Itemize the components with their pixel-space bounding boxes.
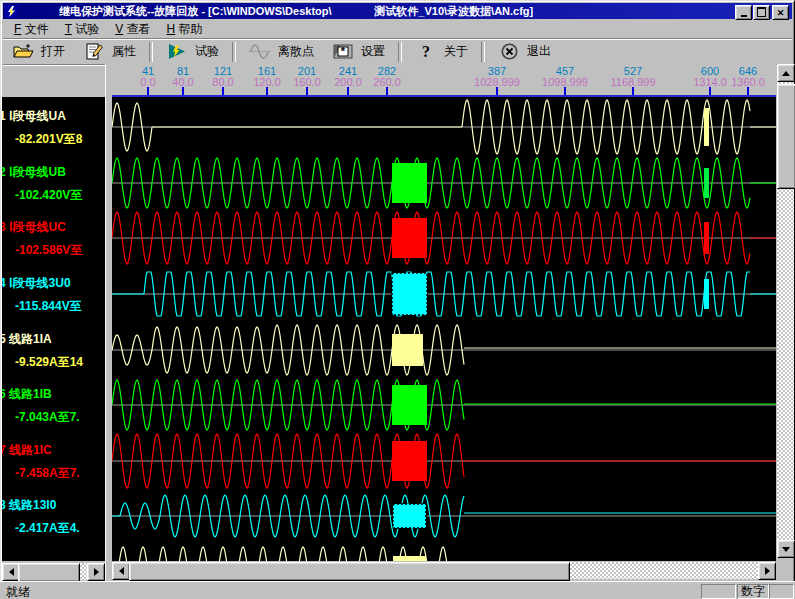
channel-name: Ⅰ段母线UB (9, 165, 66, 179)
time-ruler: 410.08140.012180.0161120.0201160.0241200… (112, 64, 776, 97)
settings-button[interactable]: * 设置 (323, 40, 394, 64)
ruler-tick (182, 87, 184, 95)
main-hscroll-right-button[interactable] (758, 562, 776, 580)
arrow-right-icon (94, 568, 99, 576)
arrow-left-icon (119, 567, 124, 575)
window-title: 继电保护测试系统--故障回放 - [C:\WINDOWS\Desktop\ 测试… (59, 4, 533, 19)
channel-number: 3 (2, 220, 9, 234)
channel-label-row-8[interactable]: 8线路13I0-2.417A至4. (2, 497, 105, 543)
channel-label-row-7[interactable]: 7线路1IC-7.458A至7. (2, 442, 105, 488)
ruler-tick (306, 87, 308, 95)
status-ready-text: 就绪 (6, 584, 30, 599)
arrow-right-icon (765, 567, 770, 575)
cursor-bar-ch2[interactable] (704, 168, 709, 198)
toolbar: 打开 属性 试验 离散点 (3, 39, 792, 65)
waveform-svg (112, 97, 776, 561)
ruler-tick (564, 87, 566, 95)
menu-item-help[interactable]: H 帮助 (162, 20, 208, 39)
waveform-canvas[interactable] (112, 97, 776, 561)
settings-button-label: 设置 (361, 43, 385, 60)
menu-hotkey: T (65, 22, 72, 36)
vscrollbar[interactable] (777, 64, 794, 558)
channel-label-row-2[interactable]: 2Ⅰ段母线UB-102.420V至 (2, 164, 105, 210)
cursor-bar-ch3[interactable] (704, 222, 709, 254)
settings-icon: * (332, 43, 354, 60)
channel-name: 线路1IA (9, 332, 52, 346)
channel-range: -82.201V至8 (15, 131, 82, 148)
channel-label-row-1[interactable]: 1Ⅰ段母线UA-82.201V至8 (2, 108, 105, 154)
menu-label: 文件 (25, 22, 49, 36)
test-button[interactable]: 试验 (157, 40, 228, 64)
toolbar-separator (398, 42, 402, 62)
ruler-tick (266, 87, 268, 95)
toolbar-separator (232, 42, 236, 62)
restore-button[interactable] (753, 5, 770, 20)
arrow-up-icon (782, 71, 790, 76)
test-button-label: 试验 (195, 43, 219, 60)
channel-range: -102.420V至 (15, 187, 82, 204)
channel-label-row-6[interactable]: 6线路1IB-7.043A至7. (2, 386, 105, 432)
selection-marker-ch9[interactable] (393, 556, 426, 561)
menu-item-view[interactable]: V 查看 (110, 20, 155, 39)
vscroll-down-button[interactable] (777, 540, 795, 558)
channel-name: Ⅰ段母线3U0 (9, 276, 71, 290)
ruler-tick (632, 87, 634, 95)
channel-label-row-3[interactable]: 3Ⅰ段母线UC-102.586V至 (2, 219, 105, 265)
menu-item-file[interactable]: F 文件 (9, 20, 54, 39)
close-button[interactable]: ✕ (772, 5, 789, 20)
menu-hotkey: F (14, 22, 21, 36)
ruler-tick (222, 87, 224, 95)
about-button[interactable]: ? 关于 (406, 40, 477, 64)
channel-range: -102.586V至 (15, 242, 82, 259)
channel-label-panel[interactable]: 1Ⅰ段母线UA-82.201V至82Ⅰ段母线UB-102.420V至3Ⅰ段母线U… (2, 97, 105, 561)
menu-hotkey: V (115, 22, 123, 36)
channel-number: 8 (2, 498, 9, 512)
left-panel-hscrollbar[interactable] (2, 563, 105, 580)
selection-marker-ch4[interactable] (392, 273, 427, 315)
status-panel-blank-1 (701, 584, 736, 599)
selection-marker-ch3[interactable] (392, 218, 427, 258)
ruler-tick (147, 87, 149, 95)
left-hscroll-thumb[interactable] (18, 563, 80, 582)
channel-name: Ⅰ段母线UA (9, 109, 66, 123)
vscroll-up-button[interactable] (777, 64, 795, 82)
vscroll-thumb[interactable] (777, 84, 795, 189)
selection-marker-ch8[interactable] (393, 504, 426, 528)
cursor-bar-ch1[interactable] (704, 108, 709, 146)
properties-button[interactable]: 属性 (74, 40, 145, 64)
minimize-button[interactable] (735, 5, 752, 20)
toolbar-separator (149, 42, 153, 62)
channel-range: -7.043A至7. (15, 409, 80, 426)
channel-number: 4 (2, 276, 9, 290)
main-hscroll-thumb[interactable] (129, 562, 570, 581)
main-hscroll-left-button[interactable] (112, 562, 130, 580)
svg-text:*: * (341, 45, 346, 57)
left-hscroll-right-button[interactable] (87, 563, 105, 581)
menu-item-test[interactable]: T 试验 (60, 20, 104, 39)
ruler-tick (747, 87, 749, 95)
channel-name: 线路1IC (9, 443, 52, 457)
discrete-points-wave-icon (249, 43, 271, 60)
menu-label: 试验 (75, 22, 99, 36)
menu-label: 查看 (127, 22, 151, 36)
ruler-tick (386, 87, 388, 95)
open-button[interactable]: 打开 (3, 40, 74, 64)
properties-icon (83, 43, 105, 60)
about-button-label: 关于 (444, 43, 468, 60)
about-question-icon: ? (415, 43, 437, 60)
exit-button[interactable]: 退出 (489, 40, 560, 64)
channel-label-row-5[interactable]: 5线路1IA-9.529A至14 (2, 331, 105, 377)
selection-marker-ch5[interactable] (392, 334, 423, 366)
channel-label-row-4[interactable]: 4Ⅰ段母线3U0-115.844V至 (2, 275, 105, 321)
selection-marker-ch6[interactable] (392, 385, 427, 425)
channel-number: 7 (2, 443, 9, 457)
open-button-label: 打开 (41, 43, 65, 60)
status-num-indicator: 数字 (737, 584, 769, 599)
discrete-points-button[interactable]: 离散点 (240, 40, 323, 64)
selection-marker-ch7[interactable] (392, 441, 427, 481)
selection-marker-ch2[interactable] (392, 163, 427, 203)
ruler-tick (347, 87, 349, 95)
cursor-bar-ch4[interactable] (704, 279, 709, 309)
open-folder-icon (12, 43, 34, 60)
main-hscrollbar[interactable] (112, 562, 776, 579)
